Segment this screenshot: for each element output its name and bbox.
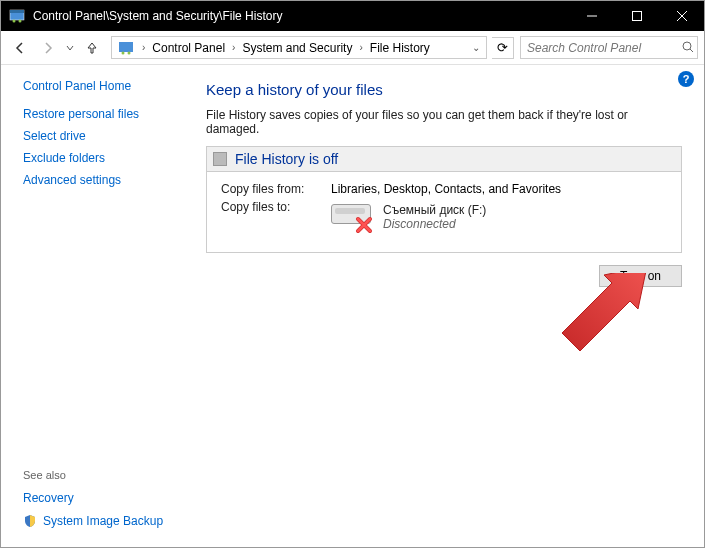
- status-indicator-icon: [213, 152, 227, 166]
- breadcrumb-item[interactable]: File History: [367, 41, 433, 55]
- breadcrumb[interactable]: › Control Panel › System and Security › …: [111, 36, 487, 59]
- minimize-button[interactable]: [569, 1, 614, 31]
- shield-icon: [23, 514, 37, 528]
- svg-rect-1: [10, 10, 24, 13]
- sidebar-link-select-drive[interactable]: Select drive: [23, 129, 186, 143]
- turn-on-button[interactable]: Turn on: [599, 265, 682, 287]
- close-button[interactable]: [659, 1, 704, 31]
- system-image-backup-link[interactable]: System Image Backup: [23, 514, 186, 528]
- drive-name: Съемный диск (F:): [383, 203, 486, 217]
- control-panel-icon: [118, 40, 134, 56]
- sidebar-link-exclude[interactable]: Exclude folders: [23, 151, 186, 165]
- refresh-button[interactable]: ⟳: [492, 37, 514, 59]
- svg-point-10: [128, 51, 131, 54]
- maximize-button[interactable]: [614, 1, 659, 31]
- main-panel: ? Keep a history of your files File Hist…: [196, 65, 704, 547]
- window-controls: [569, 1, 704, 31]
- help-icon[interactable]: ?: [678, 71, 694, 87]
- search-input[interactable]: [521, 41, 679, 55]
- breadcrumb-sep[interactable]: ›: [138, 42, 149, 53]
- search-box[interactable]: [520, 36, 698, 59]
- recent-dropdown[interactable]: [63, 35, 77, 61]
- navbar: › Control Panel › System and Security › …: [1, 31, 704, 65]
- window-title: Control Panel\System and Security\File H…: [33, 9, 569, 23]
- sidebar-link-restore[interactable]: Restore personal files: [23, 107, 186, 121]
- content: Control Panel Home Restore personal file…: [1, 65, 704, 547]
- svg-rect-5: [632, 12, 641, 21]
- sidebar: Control Panel Home Restore personal file…: [1, 65, 196, 547]
- breadcrumb-item[interactable]: System and Security: [239, 41, 355, 55]
- up-button[interactable]: [79, 35, 105, 61]
- control-panel-home-link[interactable]: Control Panel Home: [23, 79, 186, 93]
- titlebar: Control Panel\System and Security\File H…: [1, 1, 704, 31]
- copy-from-value: Libraries, Desktop, Contacts, and Favori…: [331, 182, 561, 196]
- drive-icon: [331, 200, 375, 234]
- breadcrumb-item[interactable]: Control Panel: [149, 41, 228, 55]
- copy-to-label: Copy files to:: [221, 200, 331, 234]
- breadcrumb-dropdown[interactable]: ⌄: [468, 42, 484, 53]
- svg-point-3: [19, 20, 22, 23]
- drive-status: Disconnected: [383, 217, 486, 231]
- back-button[interactable]: [7, 35, 33, 61]
- status-header: File History is off: [207, 147, 681, 172]
- svg-point-2: [13, 20, 16, 23]
- svg-point-11: [683, 42, 691, 50]
- svg-rect-8: [119, 42, 133, 52]
- svg-point-9: [122, 51, 125, 54]
- page-heading: Keep a history of your files: [206, 81, 682, 98]
- status-body: Copy files from: Libraries, Desktop, Con…: [207, 172, 681, 252]
- breadcrumb-sep[interactable]: ›: [228, 42, 239, 53]
- control-panel-icon: [9, 8, 25, 24]
- sidebar-link-advanced[interactable]: Advanced settings: [23, 173, 186, 187]
- copy-from-label: Copy files from:: [221, 182, 331, 196]
- error-x-icon: [355, 216, 373, 234]
- status-box: File History is off Copy files from: Lib…: [206, 146, 682, 253]
- svg-line-12: [690, 49, 693, 52]
- search-icon[interactable]: [679, 39, 697, 57]
- see-also-label: See also: [23, 469, 186, 481]
- status-title: File History is off: [235, 151, 338, 167]
- recovery-link[interactable]: Recovery: [23, 491, 186, 505]
- breadcrumb-sep[interactable]: ›: [355, 42, 366, 53]
- forward-button[interactable]: [35, 35, 61, 61]
- page-description: File History saves copies of your files …: [206, 108, 682, 136]
